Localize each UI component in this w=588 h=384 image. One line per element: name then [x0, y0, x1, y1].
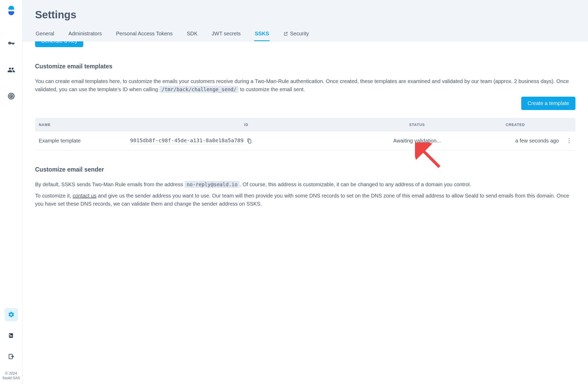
generate-key-button[interactable]: Generate a Key	[35, 41, 83, 47]
cell-status: Awaiting validation...	[366, 131, 468, 150]
sender-section-p1: By default, SSKS sends Two-Man Rule emai…	[35, 180, 575, 189]
cell-id: 9015db8f-c98f-45de-a131-8a8e18a5a789	[126, 131, 366, 150]
cell-created: a few seconds ago	[468, 131, 563, 150]
sidebar-item-settings[interactable]	[5, 308, 18, 321]
sidebar-item-docs[interactable]	[5, 329, 18, 342]
logout-icon	[8, 353, 15, 360]
template-id-value: 9015db8f-c98f-45de-a131-8a8e18a5a789	[130, 137, 243, 144]
table-row: Example template 9015db8f-c98f-45de-a131…	[35, 131, 575, 150]
topbar: Settings General Administrators Personal…	[23, 0, 588, 41]
sidebar-item-activity[interactable]	[5, 90, 18, 103]
book-icon	[8, 332, 15, 339]
sidebar-item-users[interactable]	[5, 63, 18, 76]
sender-email-code: no-reply@seald.io	[185, 181, 240, 188]
external-link-icon	[283, 31, 288, 36]
col-created: CREATED	[468, 118, 563, 131]
contact-us-link[interactable]: contact us	[73, 193, 96, 199]
svg-line-8	[420, 148, 440, 167]
sidebar-item-logout[interactable]	[5, 350, 18, 363]
sender-section-p2: To customize it, contact us and give us …	[35, 192, 575, 208]
copy-icon[interactable]	[247, 138, 252, 144]
users-icon	[7, 66, 15, 74]
tab-security[interactable]: Security	[283, 31, 309, 41]
col-name: NAME	[35, 118, 126, 131]
radar-icon	[7, 92, 15, 100]
tab-general[interactable]: General	[35, 31, 55, 41]
tab-personal-access-tokens[interactable]: Personal Access Tokens	[115, 31, 173, 41]
tab-administrators[interactable]: Administrators	[68, 31, 102, 41]
tabs: General Administrators Personal Access T…	[35, 31, 575, 41]
footer-copyright: © 2024 Seald SAS	[2, 371, 20, 380]
col-id: ID	[126, 118, 366, 131]
row-menu-button[interactable]: ⋮	[563, 131, 575, 150]
api-path-code: /tmr/back/challenge_send/	[159, 86, 238, 93]
tab-ssks[interactable]: SSKS	[254, 31, 269, 41]
sidebar: © 2024 Seald SAS	[0, 0, 23, 384]
cell-name: Example template	[35, 131, 126, 150]
svg-point-5	[11, 96, 12, 97]
tab-jwt-secrets[interactable]: JWT secrets	[211, 31, 241, 41]
templates-table: NAME ID STATUS CREATED Example template …	[35, 118, 575, 150]
tab-sdk[interactable]: SDK	[186, 31, 198, 41]
content-area: Generate a Key Customize email templates…	[23, 41, 588, 384]
key-icon	[7, 40, 15, 48]
sender-section-title: Customize email sender	[35, 166, 575, 173]
sidebar-item-keys[interactable]	[5, 37, 18, 50]
main: Settings General Administrators Personal…	[23, 0, 588, 384]
create-template-button[interactable]: Create a template	[521, 97, 575, 110]
templates-section-desc: You can create email templates here, to …	[35, 77, 575, 94]
svg-rect-2	[8, 10, 15, 11]
col-status: STATUS	[366, 118, 468, 131]
templates-section-title: Customize email templates	[35, 63, 575, 70]
gear-icon	[8, 311, 15, 318]
brand-logo	[5, 5, 17, 16]
page-title: Settings	[35, 9, 575, 21]
